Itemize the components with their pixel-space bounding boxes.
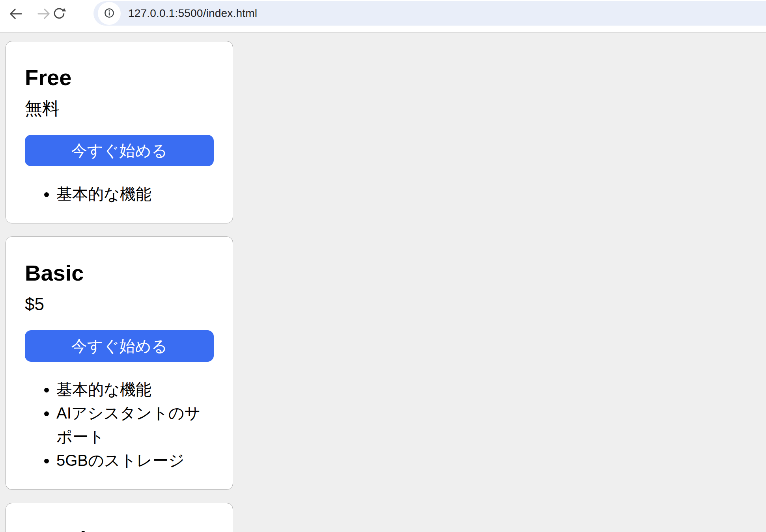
forward-button[interactable] — [35, 5, 52, 22]
start-now-button[interactable]: 今すぐ始める — [25, 330, 214, 362]
plan-price: $5 — [25, 294, 214, 315]
features-list: 基本的な機能AIアシスタントのサポート5GBのストレージ — [25, 378, 214, 472]
reload-icon — [52, 6, 67, 21]
start-now-button[interactable]: 今すぐ始める — [25, 135, 214, 166]
page-background: Free無料今すぐ始める基本的な機能Basic$5今すぐ始める基本的な機能AIア… — [0, 33, 766, 532]
address-bar[interactable]: 127.0.0.1:5500/index.html — [93, 1, 766, 26]
forward-arrow-icon — [36, 6, 52, 22]
feature-item: 基本的な機能 — [56, 182, 214, 206]
plan-name: Basic — [25, 260, 214, 286]
pricing-card: Free無料今すぐ始める基本的な機能 — [6, 41, 233, 223]
feature-item: 5GBのストレージ — [56, 448, 214, 472]
pricing-card-list: Free無料今すぐ始める基本的な機能Basic$5今すぐ始める基本的な機能AIア… — [6, 41, 233, 532]
features-list: 基本的な機能 — [25, 182, 214, 206]
reload-button[interactable] — [50, 5, 68, 22]
back-button[interactable] — [7, 5, 24, 22]
plan-name: Premium — [25, 527, 214, 532]
browser-toolbar: 127.0.0.1:5500/index.html — [0, 0, 766, 33]
pricing-card: Premium — [6, 503, 233, 532]
back-arrow-icon — [8, 6, 24, 22]
plan-name: Free — [25, 65, 214, 90]
feature-item: 基本的な機能 — [56, 378, 214, 401]
pricing-card: Basic$5今すぐ始める基本的な機能AIアシスタントのサポート5GBのストレー… — [6, 236, 233, 490]
url-text: 127.0.0.1:5500/index.html — [128, 1, 257, 26]
plan-price: 無料 — [25, 98, 214, 119]
info-icon — [103, 6, 116, 21]
feature-item: AIアシスタントのサポート — [56, 401, 214, 448]
site-info-button[interactable] — [98, 2, 121, 25]
